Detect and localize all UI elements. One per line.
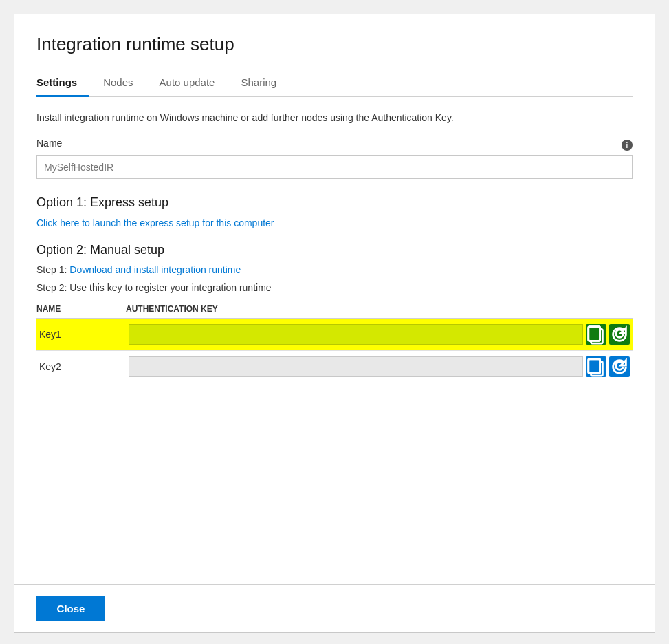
- step2-text: Step 2: Use this key to register your in…: [36, 282, 633, 293]
- refresh-icon: [609, 324, 630, 345]
- tab-auto-update[interactable]: Auto update: [160, 69, 228, 97]
- copy-icon: [586, 356, 606, 377]
- dialog-title: Integration runtime setup: [36, 34, 633, 55]
- key2-cell: [126, 351, 633, 383]
- key1-refresh-button[interactable]: [609, 324, 630, 345]
- name-field-row: Name i: [36, 138, 633, 153]
- table-row: Key1: [36, 319, 633, 351]
- copy-icon: [586, 324, 606, 345]
- close-button[interactable]: Close: [36, 596, 105, 621]
- key1-input-group: [129, 324, 630, 345]
- integration-runtime-dialog: Integration runtime setup Settings Nodes…: [14, 14, 655, 633]
- name-input[interactable]: [36, 155, 633, 179]
- svg-rect-4: [589, 359, 600, 374]
- tab-settings[interactable]: Settings: [36, 69, 89, 97]
- table-row: Key2: [36, 351, 633, 383]
- info-icon[interactable]: i: [622, 140, 633, 151]
- refresh-icon: [609, 356, 630, 377]
- key1-copy-button[interactable]: [586, 324, 606, 345]
- svg-rect-1: [589, 327, 600, 341]
- key1-cell: [126, 319, 633, 351]
- key1-input[interactable]: [129, 324, 583, 345]
- col-name-header: NAME: [36, 300, 126, 319]
- option1-section: Option 1: Express setup Click here to la…: [36, 195, 633, 229]
- express-setup-link[interactable]: Click here to launch the express setup f…: [36, 217, 274, 228]
- dialog-footer: Close: [14, 584, 655, 632]
- step1-text: Step 1: Download and install integration…: [36, 264, 633, 275]
- key1-name: Key1: [36, 319, 126, 351]
- col-key-header: AUTHENTICATION KEY: [126, 300, 633, 319]
- key2-input[interactable]: [129, 356, 583, 377]
- dialog-content: Integration runtime setup Settings Nodes…: [14, 14, 655, 584]
- keys-table: NAME AUTHENTICATION KEY Key1: [36, 300, 633, 383]
- key2-name: Key2: [36, 351, 126, 383]
- tabs-container: Settings Nodes Auto update Sharing: [36, 69, 633, 97]
- key2-refresh-button[interactable]: [609, 356, 630, 377]
- tab-sharing[interactable]: Sharing: [241, 69, 289, 97]
- tab-nodes[interactable]: Nodes: [103, 69, 145, 97]
- settings-description: Install integration runtime on Windows m…: [36, 111, 633, 125]
- option2-heading: Option 2: Manual setup: [36, 243, 633, 257]
- step1-prefix: Step 1:: [36, 264, 69, 275]
- option1-heading: Option 1: Express setup: [36, 195, 633, 210]
- name-label: Name: [36, 138, 62, 149]
- download-link[interactable]: Download and install integration runtime: [69, 264, 241, 275]
- option2-section: Option 2: Manual setup Step 1: Download …: [36, 243, 633, 383]
- key2-copy-button[interactable]: [586, 356, 606, 377]
- key2-input-group: [129, 356, 630, 377]
